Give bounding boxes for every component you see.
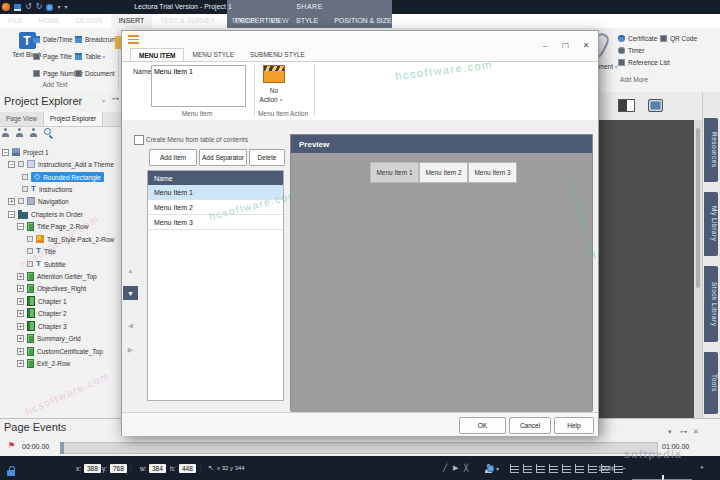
tab-menu-style[interactable]: MENU STYLE [184,48,242,61]
tab-position-size[interactable]: POSITION & SIZE [326,14,400,28]
publish-dropdown-icon[interactable]: ▾ [57,3,60,11]
panel-dropdown-icon[interactable]: ▾ [668,428,672,436]
expand-icon[interactable] [17,285,24,292]
crop-icon[interactable]: ╳ [464,464,468,472]
timeline-marker[interactable] [60,442,64,454]
sidebar-tab-resources[interactable]: Resources [704,118,718,182]
collapse-icon[interactable] [8,161,15,168]
hamburger-menu-icon[interactable] [128,35,139,44]
sidebar-tab-my-library[interactable]: My Library [704,192,718,256]
tab-home[interactable]: HOME [31,14,68,28]
tab-file[interactable]: FILE [0,14,31,28]
align-center-icon[interactable] [523,464,532,473]
action-dropdown-icon[interactable]: ▾ [279,97,282,103]
list-row-selected[interactable]: Menu Item 1 [148,185,283,200]
qat-customize-icon[interactable]: ▾ [64,3,67,11]
tab-page-view[interactable]: Page View [0,112,43,126]
timeline-track[interactable] [60,442,658,454]
qr-code-button[interactable]: QR Code [660,33,697,43]
page-title-button[interactable]: Page Title [33,51,72,61]
tree-item-attention-getter[interactable]: Attention Getter_Top [0,270,137,282]
tree-item-project[interactable]: Project 1 [0,146,122,158]
move-right-button[interactable]: ▶ [123,343,138,357]
page-preview-icon[interactable] [648,99,663,112]
expand-icon[interactable] [17,298,24,305]
page-layout-icon[interactable] [618,99,635,112]
preview-menu-item-3[interactable]: Menu Item 3 [468,162,517,183]
w-value[interactable]: 384 [149,464,166,473]
add-item-button[interactable]: Add Item [149,149,197,166]
y-value[interactable]: 768 [110,464,127,473]
align-bottom-icon[interactable] [575,464,584,473]
expand-icon[interactable] [17,348,24,355]
tree-item-title-page[interactable]: Title Page_2-Row [0,220,137,232]
tab-menu-item[interactable]: MENU ITEM [130,48,184,61]
panel-close-icon[interactable]: ✕ [693,428,699,436]
selected-tree-item[interactable]: Rounded Rectangle [31,172,104,182]
collapse-icon[interactable] [8,211,15,218]
add-separator-button[interactable]: Add Separator [199,149,247,166]
h-value[interactable]: 448 [179,464,196,473]
distribute-horizontal-icon[interactable] [588,464,597,473]
zoom-slider-handle[interactable] [662,475,664,480]
timer-button[interactable]: Timer [618,45,644,55]
collapse-icon[interactable] [17,223,24,230]
help-button[interactable]: Help [554,417,594,434]
tree-item-custom-certificate[interactable]: CustomCertificate_Top [0,345,137,357]
table-button[interactable]: Table ▾ [75,51,105,61]
x-value[interactable]: 388 [84,464,101,473]
align-left-icon[interactable] [510,464,519,473]
expand-icon[interactable] [8,198,15,205]
tab-properties[interactable]: PROPERTIES [227,14,288,28]
menu-item-name-input[interactable]: Menu Item 1 [151,65,246,107]
align-top-icon[interactable] [549,464,558,473]
redo-icon[interactable]: ↻ [36,3,43,11]
tab-submenu-style[interactable]: SUBMENU STYLE [242,48,313,61]
panel-pin-icon[interactable]: ⊶ [680,428,687,436]
tree-item-chapter-1[interactable]: Chapter 1 [0,295,137,307]
tab-test-survey[interactable]: TEST & SURVEY [152,14,223,28]
preview-menu-item-2[interactable]: Menu Item 2 [419,162,468,183]
tree-item-chapters-in-order[interactable]: Chapters in Order [0,208,128,220]
move-down-button[interactable]: ▼ [123,286,138,300]
zoom-level[interactable]: 100% [598,465,615,472]
tab-style[interactable]: STYLE [288,14,326,28]
tree-item-navigation[interactable]: Navigation [0,195,128,207]
certificate-button[interactable]: Certificate [618,33,657,43]
no-action-dropdown[interactable]: Action ▾ [252,96,290,103]
publish-icon[interactable] [46,4,53,11]
collapse-icon[interactable] [2,149,9,156]
globe-dropdown-icon[interactable]: ▾ [496,465,499,472]
expand-icon[interactable] [17,360,24,367]
sidebar-tab-tools[interactable]: Tools [704,352,718,414]
tree-item-objectives[interactable]: Objectives_Right [0,282,137,294]
breadcrumb-button[interactable]: Breadcrumb [75,34,120,44]
action-clapperboard-icon[interactable] [263,65,285,83]
panel-pin-icon[interactable]: ⊶ [112,95,119,103]
tab-design[interactable]: DESIGN [68,14,111,28]
sidebar-tab-stock-library[interactable]: Stock Library [704,266,718,342]
tree-item-chapter-3[interactable]: Chapter 3 [0,320,137,332]
panel-dropdown-icon[interactable]: ▾ [102,97,105,104]
expand-icon[interactable] [17,310,24,317]
expand-icon[interactable] [17,323,24,330]
tab-project-explorer[interactable]: Project Explorer [43,112,103,126]
table-dropdown-icon[interactable]: ▾ [102,53,105,60]
move-left-button[interactable]: ◀ [123,319,138,333]
user-assign-icon[interactable] [30,128,38,137]
list-row[interactable]: Menu Item 3 [148,215,283,230]
tab-insert[interactable]: INSERT [111,14,153,28]
align-middle-icon[interactable] [562,464,571,473]
canvas-scrollbar-thumb[interactable] [696,128,700,288]
cancel-button[interactable]: Cancel [509,417,551,434]
preview-menu-item-1[interactable]: Menu Item 1 [370,162,419,183]
zoom-in-button[interactable]: + [700,464,704,471]
ok-button[interactable]: OK [459,417,506,434]
search-icon[interactable] [44,128,53,137]
tree-item-instructions-theme[interactable]: Instructions_Add a Theme [0,158,128,170]
delete-button[interactable]: Delete [249,149,285,166]
toc-checkbox[interactable] [134,135,144,145]
list-row[interactable]: Menu Item 2 [148,200,283,215]
globe-icon[interactable] [487,465,494,472]
tree-item-chapter-2[interactable]: Chapter 2 [0,307,137,319]
